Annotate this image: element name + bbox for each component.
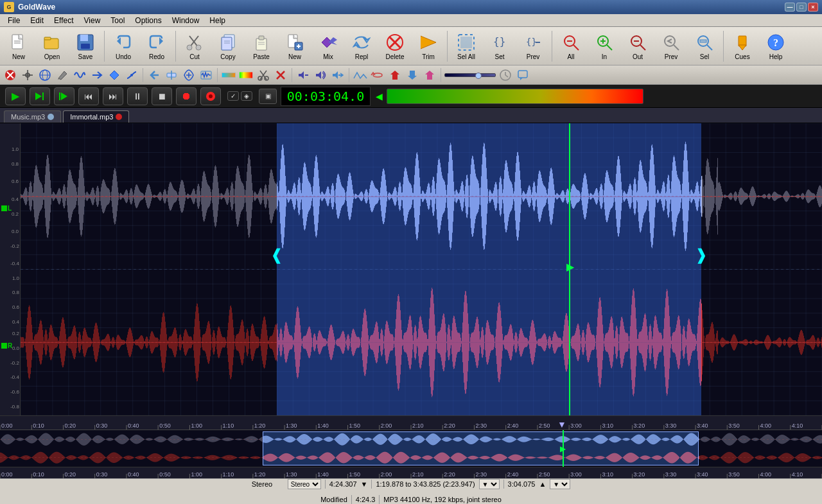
stop-button[interactable]: ⏹ [152,87,172,105]
zoom-out-button[interactable]: Out [622,29,654,64]
color-gradient-tool[interactable] [221,67,236,83]
y-1.0-r: 1.0 [12,275,19,281]
set-label: Set [494,53,504,60]
paste-button[interactable]: Paste [245,29,277,64]
wave-tool[interactable] [72,67,87,83]
close-button[interactable]: × [808,3,818,12]
paste-icon [251,32,272,53]
prev-button[interactable]: {} Prev [517,29,549,64]
globe-tool[interactable] [37,67,53,83]
overview-timeline-canvas [0,467,822,478]
trim-button[interactable]: Trim [412,29,444,64]
redo-button[interactable]: Redo [141,29,173,64]
menu-file[interactable]: File [3,15,25,26]
fast-forward-button[interactable]: ⏭ [103,87,123,105]
rewind-button[interactable]: ⏮ [78,87,99,105]
loop-toggle[interactable]: ✓ [227,91,239,101]
time-display-tool[interactable] [498,67,513,83]
set-button[interactable]: {} Set [484,29,516,64]
tab-immortal-label: Immortal.mp3 [70,113,113,121]
vol-up-tool[interactable] [313,67,328,83]
tab-immortal[interactable]: Immortal.mp3 [63,110,129,123]
gain-tool[interactable] [164,67,179,83]
chat-tool[interactable] [515,67,530,83]
waveform-view-tool[interactable] [198,67,214,83]
cut-label: Cut [189,53,200,60]
new2-button[interactable]: New [279,29,311,64]
mix-button[interactable]: Mix [312,29,344,64]
cut-button[interactable]: Cut [179,29,211,64]
menu-tool[interactable]: Tool [105,15,130,26]
mini-btn-1[interactable]: ▣ [259,89,277,104]
tab-music[interactable]: Music.mp3 [4,110,61,123]
svg-marker-83 [390,71,399,80]
status-dropdown-arrow: ▼ [361,480,368,488]
save-button[interactable]: Save [69,29,101,64]
monitor-toggle[interactable]: ◈ [241,91,252,101]
record-button[interactable]: ⏺ [176,87,197,105]
cross-hair-tool[interactable] [20,67,35,83]
loop-tool[interactable] [370,67,385,83]
status-modified: Modified [320,496,347,503]
arrow-tool[interactable] [89,67,105,83]
out-label: Out [633,53,643,60]
left-arrow-tool[interactable] [146,67,162,83]
repl-label: Repl [355,53,369,60]
record-selection-button[interactable] [200,87,221,105]
play-button[interactable]: ▶ [5,87,26,105]
menu-effect[interactable]: Effect [49,15,78,26]
diamond-tool[interactable] [107,67,122,83]
pencil-tool[interactable] [55,67,70,83]
zoom-all-button[interactable]: All [555,29,587,64]
selall-button[interactable]: Sel All [450,29,482,64]
zoom-sel-button[interactable]: Sel [688,29,721,64]
status-selection: 1:19.878 to 3:43.825 (2:23.947) [376,480,475,488]
menu-view[interactable]: View [79,15,106,26]
delete-button[interactable]: Delete [379,29,411,64]
new-button[interactable]: New [3,29,35,64]
zoom-in-button[interactable]: In [588,29,620,64]
scissors-tool[interactable] [256,67,271,83]
out-icon [627,32,648,53]
sep-2 [175,31,176,62]
repl-button[interactable]: Repl [345,29,378,64]
y-0.8-r: 0.8 [12,290,19,295]
status-cur-dropdown[interactable]: ▼ [550,479,570,489]
copy-button[interactable]: Copy [212,29,244,64]
waveform-display[interactable]: ❰ ❱ ▶ [21,123,822,415]
all-icon [561,32,581,53]
status-mode-dropdown[interactable]: StereoMono [288,479,321,489]
plus-tool[interactable] [181,67,197,83]
curve-tool[interactable] [124,67,139,83]
undo-button[interactable]: Undo [107,29,139,64]
pitch-up-tool[interactable] [353,67,368,83]
overview-panel[interactable]: ▶ [0,430,822,467]
help-button[interactable]: ? Help [760,29,792,64]
minimize-button[interactable]: — [785,3,795,12]
wave-up-tool[interactable] [422,67,437,83]
svg-rect-70 [222,73,236,77]
status-sel-dropdown[interactable]: ▼ [479,479,500,489]
open-button[interactable]: Open [36,29,68,64]
menu-help[interactable]: Help [204,15,231,26]
maximize-button[interactable]: □ [796,3,807,12]
play-selection-button[interactable] [30,87,50,105]
stop-tb2[interactable] [3,67,18,83]
tab-music-label: Music.mp3 [11,113,45,121]
cues-button[interactable]: Cues [726,29,758,64]
y-0.0-l: 0.0 [12,229,19,234]
delete2-tool[interactable] [273,67,288,83]
spectrum-tool[interactable] [238,67,254,83]
zoom-prev-button[interactable]: Prev [655,29,687,64]
pause-button[interactable]: ⏸ [127,87,148,105]
waveform-canvas[interactable] [21,123,822,415]
vol-down-tool[interactable] [295,67,311,83]
marker-tool[interactable] [387,67,403,83]
menu-window[interactable]: Window [167,15,205,26]
wave-down-tool[interactable] [405,67,420,83]
menu-edit[interactable]: Edit [25,15,49,26]
menu-options[interactable]: Options [130,15,166,26]
balance-tool[interactable] [330,67,345,83]
y-axis-left: L R 1.0 0.8 0.6 0.4 0.2 0.0 -0.2 -0.4 [0,123,21,415]
play-marker-button[interactable] [54,87,74,105]
